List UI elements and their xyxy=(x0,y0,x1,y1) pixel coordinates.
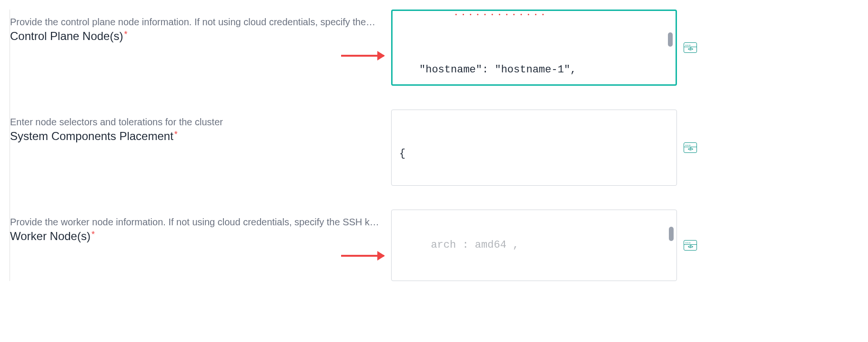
field-label-text: System Components Placement xyxy=(10,130,173,142)
required-asterisk: * xyxy=(91,230,95,239)
field-right: • • • • • • • • • • • • • "hostname": "h… xyxy=(391,10,697,86)
scrollbar-thumb[interactable] xyxy=(668,32,673,47)
code-line-partial: arch : amd64 , xyxy=(399,238,519,253)
spellcheck-dots: • • • • • • • • • • • • • xyxy=(454,11,545,19)
field-description: Provide the control plane node informati… xyxy=(10,17,391,28)
field-left: Enter node selectors and tolerations for… xyxy=(10,110,391,143)
required-asterisk: * xyxy=(174,130,178,139)
field-right: arch : amd64 , "hostname": "worker-1", "… xyxy=(391,210,697,281)
field-row-system-components: Enter node selectors and tolerations for… xyxy=(10,110,858,186)
form-container: Provide the control plane node informati… xyxy=(10,10,858,281)
field-description: Enter node selectors and tolerations for… xyxy=(10,117,391,128)
worker-code-input[interactable]: arch : amd64 , "hostname": "worker-1", "… xyxy=(391,210,677,281)
field-left: Provide the control plane node informati… xyxy=(10,10,391,43)
arrow-icon xyxy=(341,55,384,57)
field-label: Worker Node(s)* xyxy=(10,230,391,243)
scrollbar-thumb[interactable] xyxy=(669,227,674,241)
required-asterisk: * xyxy=(124,30,127,39)
code-line: "hostname": "hostname-1", xyxy=(400,62,576,78)
code-editor-icon[interactable]: </> xyxy=(684,142,697,153)
field-label-text: Control Plane Node(s) xyxy=(10,30,123,42)
field-row-worker: Provide the worker node information. If … xyxy=(10,210,858,281)
field-label: Control Plane Node(s)* xyxy=(10,30,391,43)
code-line: { xyxy=(399,146,669,161)
field-label: System Components Placement* xyxy=(10,130,391,143)
system-components-code-input[interactable]: { "node_selector": {}, "tolerations": []… xyxy=(391,110,677,186)
code-editor-icon[interactable]: </> xyxy=(684,42,697,53)
field-left: Provide the worker node information. If … xyxy=(10,210,391,243)
arrow-icon xyxy=(341,255,384,257)
field-label-text: Worker Node(s) xyxy=(10,230,91,242)
field-right: { "node_selector": {}, "tolerations": []… xyxy=(391,110,697,186)
field-description: Provide the worker node information. If … xyxy=(10,217,391,228)
control-plane-code-input[interactable]: • • • • • • • • • • • • • "hostname": "h… xyxy=(391,10,677,86)
code-editor-icon[interactable]: </> xyxy=(684,240,697,251)
field-row-control-plane: Provide the control plane node informati… xyxy=(10,10,858,86)
